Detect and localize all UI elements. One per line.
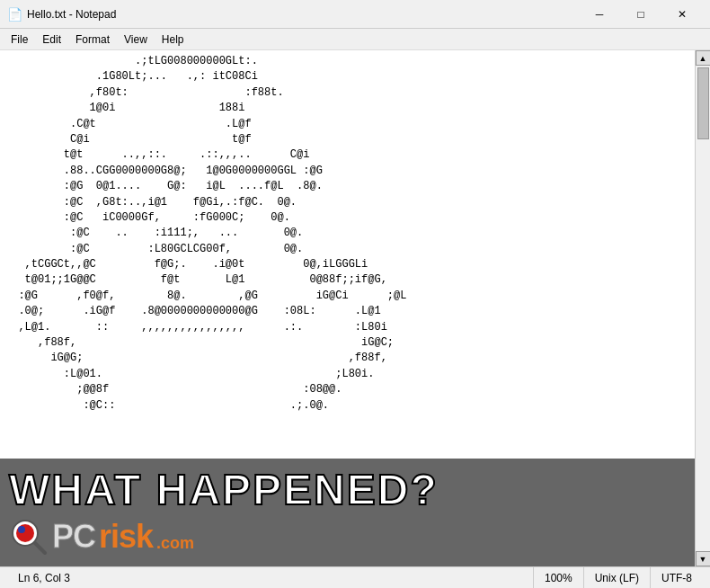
status-bar: Ln 6, Col 3 100% Unix (LF) UTF-8 (0, 566, 710, 588)
menu-format[interactable]: Format (68, 31, 117, 48)
scroll-up-button[interactable]: ▲ (696, 50, 711, 66)
editor-content[interactable]: .;tLG008000000GLt:. .1G80Lt;... .,: itC0… (0, 50, 695, 566)
scrollbar-thumb[interactable] (697, 67, 709, 139)
editor-container: .;tLG008000000GLt:. .1G80Lt;... .,: itC0… (0, 50, 710, 566)
menu-bar: File Edit Format View Help (0, 29, 710, 50)
scrollbar-track[interactable] (696, 66, 710, 551)
maximize-button[interactable]: □ (620, 0, 661, 29)
scroll-down-button[interactable]: ▼ (696, 551, 711, 566)
scrollbar-vertical[interactable]: ▲ ▼ (695, 50, 710, 566)
menu-edit[interactable]: Edit (35, 31, 68, 48)
minimize-button[interactable]: ─ (579, 0, 620, 29)
close-button[interactable]: ✕ (661, 0, 703, 29)
encoding: UTF-8 (651, 567, 703, 588)
menu-view[interactable]: View (117, 31, 155, 48)
window-controls: ─ □ ✕ (579, 0, 703, 29)
line-endings: Unix (LF) (584, 567, 651, 588)
app-icon: 📄 (7, 7, 22, 22)
menu-help[interactable]: Help (155, 31, 191, 48)
window-title: Hello.txt - Notepad (27, 8, 116, 21)
zoom-level: 100% (534, 567, 584, 588)
title-bar-left: 📄 Hello.txt - Notepad (7, 7, 116, 22)
title-bar: 📄 Hello.txt - Notepad ─ □ ✕ (0, 0, 710, 29)
cursor-position: Ln 6, Col 3 (7, 567, 534, 588)
menu-file[interactable]: File (4, 31, 35, 48)
